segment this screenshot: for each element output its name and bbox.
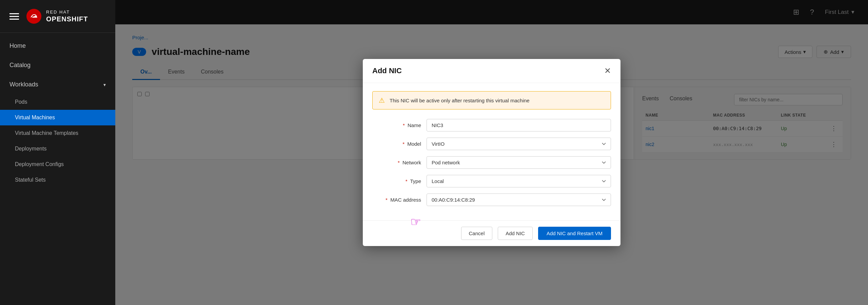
name-field-row: * Name	[372, 119, 611, 131]
add-nic-button[interactable]: Add NIC	[498, 227, 533, 240]
type-label: * Type	[372, 178, 427, 184]
network-field-row: * Network Pod network	[372, 156, 611, 169]
modal-title: Add NIC	[372, 66, 402, 75]
model-label: * Model	[372, 141, 427, 147]
sidebar-item-catalog[interactable]: Catalog	[0, 56, 115, 75]
add-nic-modal: Add NIC ✕ ⚠ This NIC will be active only…	[363, 59, 620, 246]
type-field-row: * Type Local Bridge SR-IOV	[372, 175, 611, 187]
model-field-row: * Model VirtIO e1000 virtio	[372, 138, 611, 150]
modal-header: Add NIC ✕	[363, 59, 620, 83]
sidebar: RED HAT OPENSHIFT Home Catalog Workloads…	[0, 0, 115, 305]
hamburger-button[interactable]	[9, 13, 19, 20]
required-star: *	[398, 160, 400, 165]
modal-overlay: Add NIC ✕ ⚠ This NIC will be active only…	[115, 0, 868, 305]
required-star: *	[403, 122, 405, 128]
mac-label: * MAC address	[372, 197, 427, 203]
sidebar-item-pods[interactable]: Pods	[0, 94, 115, 110]
main-content: ⊞ ? First Last ▾ Proje... V virtual-mach…	[115, 0, 868, 305]
warning-icon: ⚠	[379, 96, 385, 104]
network-label: * Network	[372, 160, 427, 165]
redhat-logo	[26, 8, 42, 24]
sidebar-item-virtual-machines[interactable]: Virtual Machines	[0, 110, 115, 125]
type-select[interactable]: Local Bridge SR-IOV	[427, 175, 611, 187]
sidebar-item-workloads[interactable]: Workloads ▾	[0, 75, 115, 94]
modal-close-button[interactable]: ✕	[604, 67, 611, 75]
name-input[interactable]	[427, 119, 611, 131]
openshift-label: OPENSHIFT	[46, 15, 88, 23]
modal-footer: Cancel Add NIC Add NIC and Restart VM	[363, 220, 620, 246]
svg-point-0	[26, 9, 41, 24]
network-select[interactable]: Pod network	[427, 156, 611, 169]
sidebar-item-deployment-configs[interactable]: Deployment Configs	[0, 157, 115, 172]
chevron-down-icon: ▾	[103, 82, 106, 87]
required-star: *	[402, 141, 405, 147]
warning-banner: ⚠ This NIC will be active only after res…	[372, 91, 611, 109]
required-star: *	[406, 178, 408, 184]
mac-select[interactable]: 00:A0:C9:14:C8:29	[427, 194, 611, 206]
name-label: * Name	[372, 122, 427, 128]
sidebar-item-deployments[interactable]: Deployments	[0, 141, 115, 157]
red-hat-label: RED HAT	[46, 9, 88, 15]
cancel-button[interactable]: Cancel	[461, 227, 493, 240]
modal-body: ⚠ This NIC will be active only after res…	[363, 83, 620, 220]
svg-point-1	[31, 18, 37, 20]
sidebar-navigation: Home Catalog Workloads ▾ Pods Virtual Ma…	[0, 33, 115, 305]
sidebar-item-home[interactable]: Home	[0, 36, 115, 56]
mac-field-row: * MAC address 00:A0:C9:14:C8:29	[372, 194, 611, 206]
logo-text: RED HAT OPENSHIFT	[46, 9, 88, 23]
model-select[interactable]: VirtIO e1000 virtio	[427, 138, 611, 150]
sidebar-item-virtual-machine-templates[interactable]: Virtual Machine Templates	[0, 125, 115, 141]
add-nic-restart-button[interactable]: Add NIC and Restart VM	[538, 227, 611, 240]
required-star: *	[386, 197, 388, 203]
warning-text: This NIC will be active only after resta…	[390, 98, 530, 103]
sidebar-header: RED HAT OPENSHIFT	[0, 0, 115, 33]
sidebar-item-stateful-sets[interactable]: Stateful Sets	[0, 172, 115, 188]
logo-area: RED HAT OPENSHIFT	[26, 8, 88, 24]
